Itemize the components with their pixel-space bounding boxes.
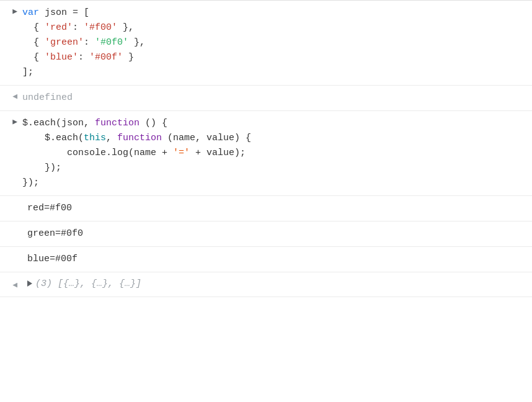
triangle-icon[interactable] [27, 280, 32, 287]
return-text: (3) [{…}, {…}, {…}] [35, 279, 141, 289]
code-block-1: var json = [ { 'red': '#f00' }, { 'green… [22, 4, 532, 81]
return-entry: ◀ (3) [{…}, {…}, {…}] [0, 272, 532, 297]
gutter-arrow-2: ▶ [0, 115, 22, 128]
log-output-red: red=#f00 [0, 196, 532, 221]
code-block-2: $.each(json, function () { $.each(this, … [22, 115, 532, 192]
console-entry-1: ▶ var json = [ { 'red': '#f00' }, { 'gre… [0, 1, 532, 86]
log-text-blue: blue=#00f [0, 252, 532, 267]
log-text-green: green=#0f0 [0, 226, 532, 241]
gutter-arrow-undefined: ◀ [0, 89, 22, 103]
gutter-arrow-1: ▶ [0, 4, 22, 18]
undefined-output: undefined [22, 89, 532, 107]
log-output-blue: blue=#00f [0, 247, 532, 272]
input-arrow-1: ▶ [12, 6, 17, 18]
input-arrow-2: ▶ [12, 116, 17, 128]
log-text-red: red=#f00 [0, 201, 532, 216]
console-entry-2: ▶ $.each(json, function () { $.each(this… [0, 111, 532, 196]
output-arrow-return: ◀ [12, 279, 17, 292]
return-value[interactable]: (3) [{…}, {…}, {…}] [22, 276, 532, 293]
console-panel: ▶ var json = [ { 'red': '#f00' }, { 'gre… [0, 0, 532, 402]
log-output-green: green=#0f0 [0, 221, 532, 247]
gutter-arrow-return: ◀ [0, 278, 22, 292]
output-arrow-undefined: ◀ [12, 91, 17, 103]
console-entry-undefined: ◀ undefined [0, 86, 532, 111]
